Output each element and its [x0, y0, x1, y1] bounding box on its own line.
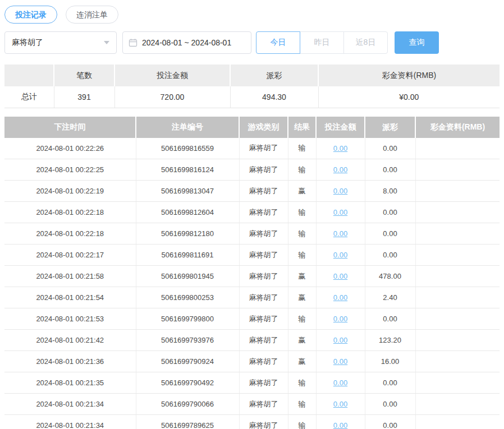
payout: 478.00	[365, 266, 415, 287]
table-row: 2024-08-01 00:21:36 5061699790924 麻将胡了 赢…	[4, 351, 500, 372]
calendar-icon	[129, 38, 138, 47]
result: 赢	[288, 181, 316, 202]
order-id: 5061699800253	[136, 287, 239, 308]
bet-time: 2024-08-01 00:21:54	[4, 287, 136, 308]
bet-time: 2024-08-01 00:22:19	[4, 181, 136, 202]
bet-time: 2024-08-01 00:21:58	[4, 266, 136, 287]
summary-total-bonus: ¥0.00	[318, 86, 500, 108]
payout: 123.20	[365, 330, 415, 351]
bet-time: 2024-08-01 00:21:34	[4, 415, 136, 429]
bet-amount-cell: 0.00	[316, 394, 365, 415]
summary-col-count: 笔数	[54, 64, 114, 86]
col-bonus: 彩金资料(RMB)	[415, 117, 500, 138]
bet-amount-cell: 0.00	[316, 245, 365, 266]
bet-amount-cell: 0.00	[316, 330, 365, 351]
payout: 8.00	[365, 181, 415, 202]
result: 输	[288, 372, 316, 394]
table-row: 2024-08-01 00:21:34 5061699789625 麻将胡了 输…	[4, 415, 500, 429]
bet-amount-link[interactable]: 0.00	[333, 293, 347, 302]
date-range-input[interactable]: 2024-08-01 ~ 2024-08-01	[122, 31, 251, 54]
bet-amount-link[interactable]: 0.00	[333, 272, 347, 280]
order-id: 5061699811691	[136, 245, 239, 266]
bet-amount-link[interactable]: 0.00	[333, 315, 347, 323]
bet-amount-cell: 0.00	[316, 372, 365, 394]
summary-total-bet-amount: 720.00	[114, 86, 230, 108]
today-button[interactable]: 今日	[256, 31, 300, 54]
game-type: 麻将胡了	[239, 223, 288, 245]
payout: 0.00	[365, 223, 415, 245]
table-row: 2024-08-01 00:22:19 5061699813047 麻将胡了 赢…	[4, 181, 500, 202]
payout: 0.00	[365, 159, 415, 181]
betting-records-page: 投注记录 连消注单 麻将胡了 2024-08-01 ~ 2024-08-01 今…	[0, 0, 504, 429]
bet-amount-link[interactable]: 0.00	[333, 336, 347, 344]
bet-amount-link[interactable]: 0.00	[333, 144, 347, 153]
bet-amount-link[interactable]: 0.00	[333, 165, 347, 174]
game-select[interactable]: 麻将胡了	[4, 31, 117, 54]
bet-records-table: 下注时间 注单编号 游戏类别 结果 投注金额 派彩 彩金资料(RMB) 2024…	[4, 117, 500, 429]
bet-time: 2024-08-01 00:22:18	[4, 202, 136, 223]
bet-amount-link[interactable]: 0.00	[333, 187, 347, 195]
bet-amount-cell: 0.00	[316, 266, 365, 287]
bet-time: 2024-08-01 00:21:42	[4, 330, 136, 351]
bonus	[415, 181, 500, 202]
filter-bar: 麻将胡了 2024-08-01 ~ 2024-08-01 今日 昨日 近8日 查…	[4, 31, 500, 54]
search-button[interactable]: 查询	[395, 31, 439, 54]
table-row: 2024-08-01 00:22:17 5061699811691 麻将胡了 输…	[4, 245, 500, 266]
table-row: 2024-08-01 00:21:35 5061699790492 麻将胡了 输…	[4, 372, 500, 394]
result: 赢	[288, 351, 316, 372]
game-type: 麻将胡了	[239, 181, 288, 202]
order-id: 5061699813047	[136, 181, 239, 202]
tab-cascade-bets[interactable]: 连消注单	[66, 6, 118, 24]
bonus	[415, 351, 500, 372]
date-range-value: 2024-08-01 ~ 2024-08-01	[142, 38, 231, 47]
order-id: 5061699799800	[136, 308, 239, 330]
tab-betting-records[interactable]: 投注记录	[4, 6, 57, 24]
bet-time: 2024-08-01 00:22:26	[4, 138, 136, 159]
bet-amount-link[interactable]: 0.00	[333, 379, 347, 387]
bonus	[415, 308, 500, 330]
summary-col-bet-amount: 投注金额	[114, 64, 230, 86]
order-id: 5061699816559	[136, 138, 239, 159]
bet-amount-cell: 0.00	[316, 138, 365, 159]
col-game-type: 游戏类别	[239, 117, 288, 138]
order-id: 5061699812180	[136, 223, 239, 245]
game-type: 麻将胡了	[239, 351, 288, 372]
order-id: 5061699789625	[136, 415, 239, 429]
payout: 0.00	[365, 245, 415, 266]
bonus	[415, 266, 500, 287]
col-result: 结果	[288, 117, 316, 138]
order-id: 5061699801945	[136, 266, 239, 287]
bet-table-body: 2024-08-01 00:22:26 5061699816559 麻将胡了 输…	[4, 138, 500, 429]
top-tabs: 投注记录 连消注单	[4, 6, 500, 24]
table-row: 2024-08-01 00:21:54 5061699800253 麻将胡了 赢…	[4, 287, 500, 308]
game-type: 麻将胡了	[239, 415, 288, 429]
bet-time: 2024-08-01 00:21:34	[4, 394, 136, 415]
order-id: 5061699790492	[136, 372, 239, 394]
bet-amount-link[interactable]: 0.00	[333, 400, 347, 408]
payout: 0.00	[365, 138, 415, 159]
summary-total-payout: 494.30	[230, 86, 318, 108]
bet-amount-link[interactable]: 0.00	[333, 421, 347, 429]
yesterday-button[interactable]: 昨日	[300, 31, 344, 54]
table-row: 2024-08-01 00:21:58 5061699801945 麻将胡了 赢…	[4, 266, 500, 287]
bonus	[415, 394, 500, 415]
bet-table-header-row: 下注时间 注单编号 游戏类别 结果 投注金额 派彩 彩金资料(RMB)	[4, 117, 500, 138]
game-type: 麻将胡了	[239, 372, 288, 394]
bet-amount-cell: 0.00	[316, 181, 365, 202]
bet-amount-link[interactable]: 0.00	[333, 357, 347, 366]
game-type: 麻将胡了	[239, 266, 288, 287]
quick-date-buttons: 今日 昨日 近8日	[256, 31, 388, 54]
result: 输	[288, 138, 316, 159]
bonus	[415, 245, 500, 266]
bet-amount-link[interactable]: 0.00	[333, 229, 347, 238]
result: 赢	[288, 330, 316, 351]
game-type: 麻将胡了	[239, 330, 288, 351]
bet-amount-cell: 0.00	[316, 287, 365, 308]
bet-amount-link[interactable]: 0.00	[333, 208, 347, 216]
bet-amount-link[interactable]: 0.00	[333, 251, 347, 259]
summary-total-row: 总计 391 720.00 494.30 ¥0.00	[4, 86, 500, 108]
bet-amount-cell: 0.00	[316, 202, 365, 223]
payout: 16.00	[365, 351, 415, 372]
summary-total-label: 总计	[4, 86, 54, 108]
last-8-days-button[interactable]: 近8日	[343, 31, 388, 54]
